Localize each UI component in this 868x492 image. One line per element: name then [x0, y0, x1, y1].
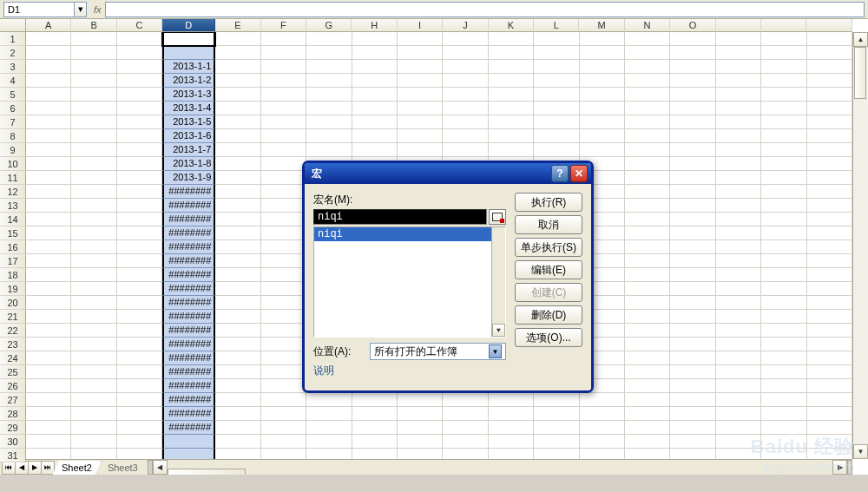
cell[interactable] — [670, 115, 715, 129]
cell[interactable] — [352, 449, 398, 459]
cell[interactable] — [443, 421, 488, 435]
cell[interactable]: ######## — [162, 226, 215, 240]
cell[interactable] — [670, 213, 715, 226]
cell[interactable] — [162, 32, 215, 46]
row-header[interactable]: 23 — [0, 338, 26, 351]
cell[interactable] — [716, 143, 761, 157]
cell[interactable] — [807, 282, 852, 296]
cell[interactable] — [443, 393, 488, 407]
row-header[interactable]: 25 — [0, 365, 26, 379]
cell[interactable] — [761, 60, 806, 74]
cell[interactable] — [71, 268, 116, 282]
cell[interactable] — [26, 88, 71, 102]
row-header[interactable]: 14 — [0, 213, 26, 226]
cell[interactable] — [215, 46, 260, 60]
cell[interactable] — [625, 185, 670, 199]
cell[interactable] — [215, 171, 260, 185]
cell[interactable] — [716, 199, 761, 213]
cell[interactable] — [443, 115, 488, 129]
edit-button[interactable]: 编辑(E) — [515, 260, 582, 279]
row-header[interactable]: 13 — [0, 199, 26, 213]
tab-nav-next[interactable]: ▶ — [28, 461, 42, 475]
cell[interactable] — [71, 143, 116, 157]
cell[interactable] — [716, 88, 761, 102]
cell[interactable] — [580, 102, 625, 115]
cell[interactable] — [761, 88, 806, 102]
cell[interactable] — [625, 268, 670, 282]
cell[interactable] — [807, 185, 852, 199]
cell[interactable] — [261, 129, 306, 143]
cell[interactable] — [26, 46, 71, 60]
cell[interactable]: ######## — [162, 393, 215, 407]
cell[interactable] — [670, 171, 715, 185]
cell[interactable] — [215, 282, 260, 296]
cell[interactable] — [215, 365, 260, 379]
cell[interactable] — [716, 74, 761, 88]
cell[interactable] — [807, 310, 852, 324]
cell[interactable] — [352, 129, 398, 143]
cell[interactable] — [534, 143, 579, 157]
cell[interactable] — [807, 129, 852, 143]
run-button[interactable]: 执行(R) — [515, 193, 582, 212]
cell[interactable] — [26, 199, 71, 213]
fx-label[interactable]: fx — [94, 4, 102, 15]
cell[interactable] — [398, 449, 443, 459]
cell[interactable] — [625, 60, 670, 74]
cell[interactable] — [117, 421, 162, 435]
cell[interactable] — [625, 88, 670, 102]
cell[interactable] — [489, 407, 534, 421]
cell[interactable] — [534, 129, 579, 143]
cell[interactable] — [761, 268, 806, 282]
cell[interactable] — [261, 226, 306, 240]
cell[interactable] — [625, 421, 670, 435]
cell[interactable] — [580, 115, 625, 129]
cell[interactable]: 2013-1-8 — [162, 157, 215, 171]
row-header[interactable]: 31 — [0, 449, 26, 462]
cell[interactable] — [670, 351, 715, 365]
cell[interactable] — [261, 407, 306, 421]
cell[interactable] — [443, 88, 488, 102]
cell[interactable] — [261, 351, 306, 365]
cell[interactable] — [807, 407, 852, 421]
cell[interactable] — [625, 199, 670, 213]
cell[interactable] — [215, 324, 260, 338]
cell[interactable] — [261, 171, 306, 185]
cell[interactable] — [71, 199, 116, 213]
cell[interactable] — [26, 310, 71, 324]
cell[interactable] — [117, 268, 162, 282]
cell[interactable] — [534, 60, 579, 74]
horizontal-scroll-thumb[interactable] — [168, 469, 246, 476]
cell[interactable] — [716, 226, 761, 240]
column-header-blank[interactable] — [806, 19, 852, 32]
cell[interactable] — [580, 74, 625, 88]
cell[interactable] — [625, 226, 670, 240]
cell[interactable] — [261, 310, 306, 324]
cell[interactable] — [71, 282, 116, 296]
cell[interactable] — [117, 102, 162, 115]
cell[interactable] — [761, 254, 806, 268]
cell[interactable] — [489, 88, 534, 102]
cell[interactable] — [398, 393, 443, 407]
cell[interactable] — [625, 46, 670, 60]
column-header-B[interactable]: B — [71, 19, 116, 32]
cell[interactable] — [625, 102, 670, 115]
cell[interactable] — [716, 296, 761, 310]
column-header-C[interactable]: C — [117, 19, 162, 32]
column-header-M[interactable]: M — [579, 19, 624, 32]
cell[interactable]: ######## — [162, 282, 215, 296]
cell[interactable] — [71, 240, 116, 254]
cell[interactable] — [215, 351, 260, 365]
cell[interactable] — [761, 393, 806, 407]
cell[interactable] — [261, 185, 306, 199]
cell[interactable] — [71, 379, 116, 393]
cell[interactable] — [398, 129, 443, 143]
cell[interactable] — [534, 421, 579, 435]
cell[interactable] — [625, 282, 670, 296]
cell[interactable] — [26, 351, 71, 365]
name-box-dropdown[interactable]: ▾ — [75, 2, 87, 17]
cell[interactable] — [534, 102, 579, 115]
column-header-O[interactable]: O — [670, 19, 715, 32]
cell[interactable]: ######## — [162, 379, 215, 393]
row-header[interactable]: 18 — [0, 268, 26, 282]
cell[interactable]: ######## — [162, 185, 215, 199]
